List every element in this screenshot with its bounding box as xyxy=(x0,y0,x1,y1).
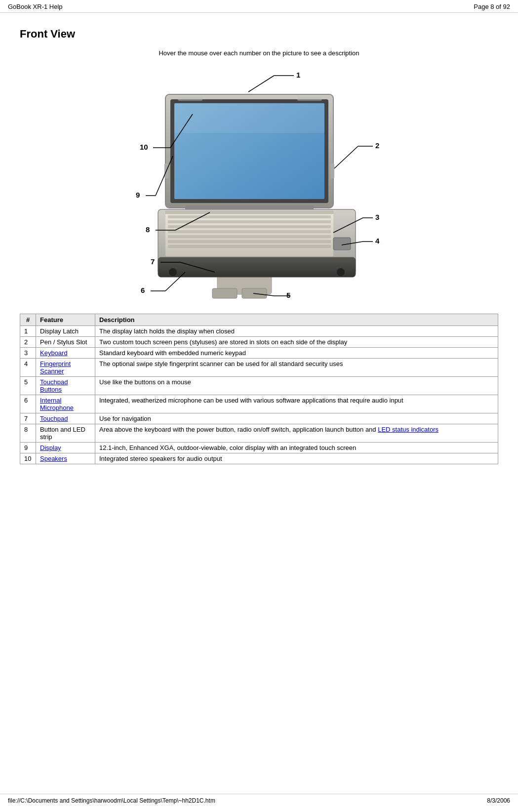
svg-rect-25 xyxy=(330,163,334,178)
svg-rect-16 xyxy=(165,211,333,214)
svg-rect-4 xyxy=(178,97,202,101)
row-description: Integrated stereo speakers for audio out… xyxy=(95,453,498,464)
feature-link[interactable]: Display xyxy=(40,444,61,451)
row-description: Area above the keyboard with the power b… xyxy=(95,424,498,443)
table-row: 2Pen / Stylus SlotTwo custom touch scree… xyxy=(20,337,498,348)
feature-link[interactable]: Internal Microphone xyxy=(40,397,74,411)
row-number: 8 xyxy=(20,424,36,443)
row-number: 3 xyxy=(20,348,36,359)
svg-text:2: 2 xyxy=(375,141,379,150)
row-feature[interactable]: Touchpad xyxy=(36,413,95,424)
table-row: 5Touchpad ButtonsUse like the buttons on… xyxy=(20,377,498,395)
svg-text:7: 7 xyxy=(151,257,155,266)
laptop-image-container: 1 2 3 4 5 6 7 xyxy=(20,65,498,302)
row-description: The optional swipe style fingerprint sca… xyxy=(95,359,498,377)
row-feature[interactable]: Display xyxy=(36,443,95,453)
row-feature: Pen / Stylus Slot xyxy=(36,337,95,348)
row-number: 2 xyxy=(20,337,36,348)
feature-link[interactable]: Keyboard xyxy=(40,349,68,357)
row-number: 5 xyxy=(20,377,36,395)
instruction-text: Hover the mouse over each number on the … xyxy=(20,49,498,57)
svg-text:8: 8 xyxy=(146,225,150,234)
svg-rect-13 xyxy=(168,235,331,238)
feature-link[interactable]: Touchpad xyxy=(40,415,68,422)
table-header-feature: Feature xyxy=(36,314,95,326)
row-number: 7 xyxy=(20,413,36,424)
row-feature: Display Latch xyxy=(36,326,95,337)
features-table: # Feature Description 1Display LatchThe … xyxy=(20,314,498,464)
svg-point-21 xyxy=(169,268,177,276)
feature-link[interactable]: Fingerprint Scanner xyxy=(40,360,71,375)
row-description: Use like the buttons on a mouse xyxy=(95,377,498,395)
page-title: Front View xyxy=(20,28,498,41)
table-row: 7TouchpadUse for navigation xyxy=(20,413,498,424)
page-info: Page 8 of 92 xyxy=(474,3,510,10)
svg-rect-5 xyxy=(297,97,322,101)
table-header-num: # xyxy=(20,314,36,326)
footer-date: 8/3/2006 xyxy=(487,797,510,804)
table-header-description: Description xyxy=(95,314,498,326)
svg-line-29 xyxy=(334,146,358,168)
table-row: 1Display LatchThe display latch holds th… xyxy=(20,326,498,337)
svg-point-22 xyxy=(337,268,345,276)
svg-text:9: 9 xyxy=(136,191,140,199)
svg-rect-3 xyxy=(174,103,324,133)
svg-rect-9 xyxy=(168,215,331,218)
table-row: 8Button and LED stripArea above the keyb… xyxy=(20,424,498,443)
svg-text:5: 5 xyxy=(286,291,290,299)
row-number: 4 xyxy=(20,359,36,377)
row-description: Standard keyboard with embedded numeric … xyxy=(95,348,498,359)
row-feature: Button and LED strip xyxy=(36,424,95,443)
main-content: Front View Hover the mouse over each num… xyxy=(0,13,518,474)
svg-rect-20 xyxy=(158,257,356,277)
row-description: The display latch holds the display when… xyxy=(95,326,498,337)
table-row: 9Display12.1-inch, Enhanced XGA, outdoor… xyxy=(20,443,498,453)
header-bar: GoBook XR-1 Help Page 8 of 92 xyxy=(0,0,518,13)
row-feature[interactable]: Speakers xyxy=(36,453,95,464)
table-row: 4Fingerprint ScannerThe optional swipe s… xyxy=(20,359,498,377)
feature-link[interactable]: Touchpad Buttons xyxy=(40,378,68,393)
svg-text:6: 6 xyxy=(141,286,145,294)
svg-text:10: 10 xyxy=(140,143,148,151)
table-row: 6Internal MicrophoneIntegrated, weatheri… xyxy=(20,395,498,413)
svg-rect-15 xyxy=(168,245,331,248)
svg-text:4: 4 xyxy=(375,237,380,245)
table-row: 10SpeakersIntegrated stereo speakers for… xyxy=(20,453,498,464)
row-number: 1 xyxy=(20,326,36,337)
app-title: GoBook XR-1 Help xyxy=(8,3,63,10)
svg-line-26 xyxy=(248,76,274,92)
row-description: Integrated, weatherized microphone can b… xyxy=(95,395,498,413)
svg-rect-12 xyxy=(168,230,331,233)
row-description: Use for navigation xyxy=(95,413,498,424)
row-description: 12.1-inch, Enhanced XGA, outdoor-viewabl… xyxy=(95,443,498,453)
svg-rect-8 xyxy=(165,213,333,256)
svg-rect-18 xyxy=(212,288,237,298)
row-description: Two custom touch screen pens (styluses) … xyxy=(95,337,498,348)
row-number: 9 xyxy=(20,443,36,453)
svg-text:3: 3 xyxy=(375,213,379,221)
row-feature[interactable]: Fingerprint Scanner xyxy=(36,359,95,377)
footer-bar: file://C:\Documents and Settings\harwood… xyxy=(0,794,518,807)
table-row: 3KeyboardStandard keyboard with embedded… xyxy=(20,348,498,359)
feature-link[interactable]: Speakers xyxy=(40,455,67,462)
laptop-diagram: 1 2 3 4 5 6 7 xyxy=(121,65,398,302)
footer-filepath: file://C:\Documents and Settings\harwood… xyxy=(8,797,215,804)
row-feature[interactable]: Internal Microphone xyxy=(36,395,95,413)
row-feature[interactable]: Touchpad Buttons xyxy=(36,377,95,395)
row-feature[interactable]: Keyboard xyxy=(36,348,95,359)
description-link[interactable]: LED status indicators xyxy=(378,426,438,433)
row-number: 6 xyxy=(20,395,36,413)
svg-text:1: 1 xyxy=(296,71,300,79)
row-number: 10 xyxy=(20,453,36,464)
svg-rect-11 xyxy=(168,225,331,228)
svg-rect-14 xyxy=(168,240,331,243)
